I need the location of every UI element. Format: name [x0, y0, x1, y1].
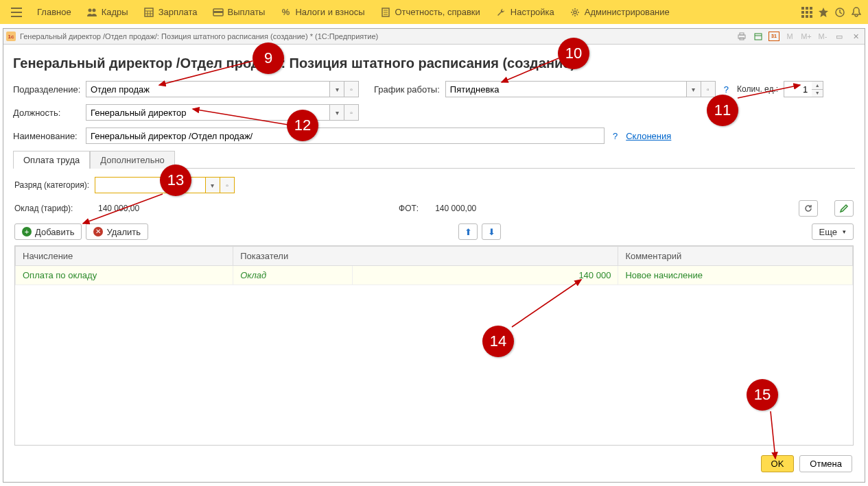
tb-calendar31-icon[interactable]: 31 — [769, 32, 779, 41]
refresh-button[interactable] — [799, 200, 818, 217]
dept-field: ▾ ▫ — [86, 81, 359, 97]
gear-icon — [570, 7, 580, 18]
sched-field: ▾ ▫ — [445, 81, 716, 97]
menu-reports[interactable]: Отчетность, справки — [373, 3, 487, 21]
menu-hr[interactable]: Кадры — [80, 3, 135, 21]
tab-body: Разряд (категория): ▾ ▫ Оклад (тариф): 1… — [13, 169, 855, 448]
plus-icon: + — [22, 227, 32, 236]
page-title: Генеральный директор /Отдел продаж/: Поз… — [13, 56, 855, 71]
name-help[interactable]: ? — [613, 131, 618, 141]
bell-icon[interactable] — [849, 5, 864, 20]
qty-label: Колич. ед.: — [737, 84, 778, 94]
name-field — [86, 127, 605, 144]
menu-taxes[interactable]: %Налоги и взносы — [273, 3, 371, 21]
tab-payment[interactable]: Оплата труда — [13, 151, 90, 169]
dept-input[interactable] — [86, 81, 329, 97]
dept-open[interactable]: ▫ — [344, 81, 359, 97]
cancel-button[interactable]: Отмена — [799, 455, 852, 472]
app-logo-icon: 1c — [6, 32, 16, 41]
tb-m-minus[interactable]: M- — [817, 30, 829, 42]
close-icon[interactable]: ✕ — [849, 30, 862, 42]
oklad-label: Оклад (тариф): — [14, 204, 82, 213]
fot-value: 140 000,00 — [435, 204, 476, 213]
name-label: Наименование: — [13, 131, 80, 141]
col-accrual: Начисление — [16, 247, 233, 266]
sched-label: График работы: — [374, 84, 440, 95]
move-up-button[interactable]: ⬆ — [458, 223, 478, 240]
tb-m[interactable]: M — [784, 30, 796, 42]
svg-rect-16 — [740, 33, 744, 35]
pos-dropdown[interactable]: ▾ — [329, 104, 344, 121]
main-menu-bar: Главное Кадры Зарплата Выплаты %Налоги и… — [0, 0, 868, 24]
percent-icon: % — [280, 7, 291, 18]
star-icon[interactable] — [816, 5, 831, 20]
qty-field: ▲▼ — [784, 81, 823, 97]
apps-icon[interactable] — [799, 5, 814, 20]
rank-dropdown[interactable]: ▾ — [205, 177, 220, 193]
tb-calendar-icon[interactable] — [752, 30, 764, 42]
hamburger-icon[interactable] — [4, 4, 29, 21]
rank-open[interactable]: ▫ — [220, 177, 235, 193]
menu-salary[interactable]: Зарплата — [137, 3, 204, 21]
callout-12: 12 — [287, 110, 318, 141]
pos-label: Должность: — [13, 108, 80, 118]
rank-label: Разряд (категория): — [14, 180, 89, 190]
add-button[interactable]: +Добавить — [14, 223, 82, 240]
tb-m-plus[interactable]: M+ — [800, 30, 812, 42]
callout-15: 15 — [747, 379, 778, 411]
menu-admin[interactable]: Администрирование — [563, 3, 677, 21]
menu-main[interactable]: Главное — [30, 3, 78, 21]
qty-spinner[interactable]: ▲▼ — [812, 81, 823, 97]
sched-help[interactable]: ? — [724, 84, 729, 95]
name-input[interactable] — [86, 127, 605, 144]
move-down-button[interactable]: ⬇ — [482, 223, 501, 240]
callout-11: 11 — [707, 95, 738, 126]
sched-open[interactable]: ▫ — [701, 81, 716, 97]
accruals-table: Начисление Показатели Комментарий Оплата… — [15, 246, 853, 285]
wallet-icon — [213, 7, 224, 18]
sched-dropdown[interactable]: ▾ — [686, 81, 701, 97]
svg-rect-18 — [755, 34, 762, 40]
svg-rect-8 — [213, 11, 223, 13]
tb-print-icon[interactable] — [736, 30, 748, 42]
dialog-footer: OK Отмена — [13, 448, 855, 475]
callout-14: 14 — [482, 326, 514, 357]
more-button[interactable]: Еще▾ — [812, 223, 854, 240]
cell-accrual: Оплата по окладу — [16, 266, 233, 285]
callout-13: 13 — [160, 165, 191, 196]
declension-link[interactable]: Склонения — [626, 131, 671, 141]
delete-button[interactable]: ✕Удалить — [86, 223, 148, 240]
edit-button[interactable] — [834, 200, 854, 217]
accruals-table-wrap[interactable]: Начисление Показатели Комментарий Оплата… — [14, 245, 854, 446]
svg-point-1 — [92, 8, 95, 12]
tab-extra[interactable]: Дополнительно — [90, 151, 175, 169]
menu-payments[interactable]: Выплаты — [206, 3, 272, 21]
qty-down[interactable]: ▼ — [812, 90, 823, 97]
window-titlebar: 1c Генеральный директор /Отдел продаж/: … — [3, 29, 865, 45]
document-icon — [380, 7, 391, 18]
window-frame: 1c Генеральный директор /Отдел продаж/: … — [3, 28, 865, 483]
cell-value: 140 000 — [353, 266, 618, 285]
menu-settings[interactable]: Настройка — [489, 3, 561, 21]
qty-up[interactable]: ▲ — [812, 82, 823, 90]
dept-dropdown[interactable]: ▾ — [329, 81, 344, 97]
sched-input[interactable] — [445, 81, 686, 97]
history-icon[interactable] — [832, 5, 847, 20]
col-comment: Комментарий — [618, 247, 853, 266]
fot-label: ФОТ: — [399, 204, 419, 213]
table-row[interactable]: Оплата по окладу Оклад 140 000 Новое нач… — [16, 266, 853, 285]
cell-comment: Новое начисление — [618, 266, 853, 285]
qty-input[interactable] — [784, 81, 812, 97]
callout-10: 10 — [558, 38, 589, 69]
svg-point-0 — [88, 8, 91, 12]
ok-button[interactable]: OK — [761, 455, 795, 472]
minimize-icon[interactable]: ▭ — [833, 30, 845, 42]
wrench-icon — [495, 7, 506, 18]
window-title-text: Генеральный директор /Отдел продаж/: Поз… — [20, 32, 731, 40]
pos-field: ▾ ▫ — [86, 104, 359, 121]
pos-open[interactable]: ▫ — [344, 104, 359, 121]
callout-9: 9 — [253, 42, 284, 74]
people-icon — [86, 7, 97, 18]
tabs: Оплата труда Дополнительно — [13, 151, 855, 169]
svg-point-13 — [574, 11, 576, 14]
